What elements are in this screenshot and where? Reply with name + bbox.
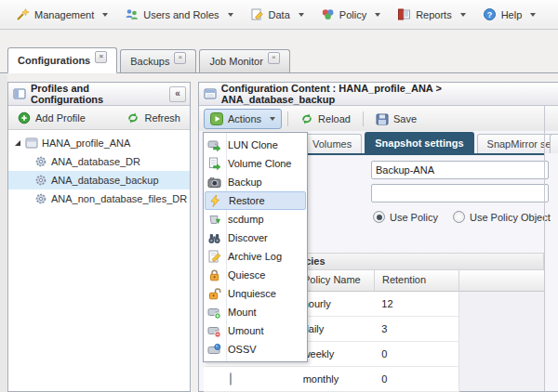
caret-down-icon: [270, 117, 275, 121]
tree-node-label: ANA_database_backup: [51, 175, 159, 186]
policy-name-column-header[interactable]: Policy Name: [303, 270, 375, 291]
row-checkbox[interactable]: [230, 372, 232, 385]
menu-policy[interactable]: Policy: [312, 4, 389, 25]
use-policy-radio[interactable]: Use Policy: [373, 211, 438, 223]
tab-close-icon[interactable]: ×: [95, 51, 107, 63]
retention-cell: 3: [374, 323, 458, 334]
tab-backups[interactable]: Backups ×: [120, 49, 196, 72]
menu-label: Users and Roles: [143, 9, 219, 20]
retention-column-header[interactable]: Retention: [375, 270, 459, 291]
radio-selected-icon: [373, 211, 385, 223]
add-profile-button[interactable]: Add Profile: [15, 110, 88, 126]
tree-node-label: ANA_non_database_files_DR: [51, 193, 187, 204]
menu-item-discover[interactable]: Discover: [205, 229, 306, 247]
wand-icon: [16, 7, 30, 21]
menu-users-and-roles[interactable]: Users and Roles: [116, 4, 241, 25]
tab-snapshot-settings[interactable]: Snapshot settings: [365, 132, 473, 153]
policy-icon: [321, 7, 335, 21]
snapshot-name-input[interactable]: [371, 161, 549, 179]
tree-node-ana-database-backup[interactable]: ANA_database_backup: [8, 171, 190, 189]
profiles-toolbar: Add Profile Refresh: [8, 106, 190, 130]
menu-item-volume-clone[interactable]: Volume Clone: [205, 154, 306, 173]
tab-snapmirror-settings[interactable]: SnapMirror settings: [477, 134, 558, 153]
tab-clipped[interactable]: Snap: [550, 134, 558, 153]
menu-item-quiesce[interactable]: Quiesce: [205, 266, 306, 284]
profiles-tree: HANA_profile_ANA ANA_database_DR ANA_dat…: [8, 130, 190, 208]
policy-name-cell: weekly: [303, 348, 375, 359]
menu-item-ossv[interactable]: OSSV: [205, 340, 306, 359]
menu-item-unquiesce[interactable]: Unquiesce: [205, 284, 306, 303]
scdump-icon: [207, 213, 221, 227]
tree-node-ana-non-database-files-dr[interactable]: ANA_non_database_files_DR: [8, 189, 190, 208]
menu-item-mount[interactable]: Mount: [205, 303, 306, 321]
secondary-text-input[interactable]: [371, 184, 549, 203]
reload-button[interactable]: Reload: [294, 109, 357, 129]
menu-management[interactable]: Management: [7, 4, 116, 25]
policy-name-cell: monthly: [303, 373, 375, 385]
lun-clone-icon: [207, 138, 221, 152]
policy-row-monthly[interactable]: monthly 0: [204, 367, 459, 392]
menu-item-label: Backup: [228, 176, 262, 188]
menu-item-backup[interactable]: Backup: [205, 173, 306, 191]
expanded-arrow-icon[interactable]: [14, 139, 21, 147]
tab-volumes[interactable]: Volumes: [302, 134, 362, 153]
caret-down-icon: [460, 13, 466, 17]
menu-item-umount[interactable]: Umount: [205, 321, 306, 340]
menu-item-label: Quiesce: [228, 269, 265, 281]
profiles-panel: Profiles and Configurations « Add Profil…: [7, 82, 191, 392]
toolbar-separator: [363, 111, 364, 126]
tab-close-icon[interactable]: ×: [174, 52, 186, 64]
reload-icon: [300, 112, 313, 125]
archive-log-icon: [207, 250, 221, 264]
use-policy-object-radio[interactable]: Use Policy Object: [453, 211, 551, 223]
refresh-label: Refresh: [144, 112, 180, 124]
reload-label: Reload: [318, 113, 351, 124]
retention-cell: 0: [374, 373, 458, 385]
tree-node-hana-profile[interactable]: HANA_profile_ANA: [8, 134, 190, 152]
help-icon: ?: [483, 7, 497, 21]
save-button[interactable]: Save: [369, 109, 423, 129]
content-panel-icon: [204, 87, 217, 100]
actions-button[interactable]: Actions: [204, 109, 282, 129]
add-profile-label: Add Profile: [35, 112, 86, 124]
caret-down-icon: [102, 13, 108, 17]
quiesce-lock-icon: [207, 268, 221, 282]
actions-label: Actions: [228, 113, 261, 124]
collapse-panel-button[interactable]: «: [169, 86, 186, 102]
tab-label: Backups: [130, 56, 169, 67]
tab-job-monitor[interactable]: Job Monitor ×: [199, 49, 289, 72]
users-icon: [125, 7, 139, 21]
menubar: Management Users and Roles Data Policy R…: [0, 0, 558, 30]
restore-icon: [208, 194, 222, 208]
menu-label: Data: [269, 9, 290, 20]
configuration-panel-title: Configuration Content : HANA_profile_ANA…: [221, 83, 554, 105]
menu-reports[interactable]: Reports: [389, 4, 474, 25]
menu-label: Management: [34, 9, 94, 20]
data-icon: [250, 7, 264, 21]
tab-configurations[interactable]: Configurations ×: [7, 47, 117, 73]
menu-data[interactable]: Data: [242, 4, 312, 25]
tab-label: Job Monitor: [209, 56, 262, 67]
menu-item-label: Volume Clone: [228, 158, 292, 169]
menu-item-restore[interactable]: Restore: [205, 191, 306, 210]
radio-label: Use Policy: [390, 212, 438, 223]
refresh-button[interactable]: Refresh: [124, 110, 183, 126]
menu-item-scdump[interactable]: scdump: [205, 210, 306, 229]
configuration-panel-header: Configuration Content : HANA_profile_ANA…: [199, 83, 558, 106]
menu-item-label: Restore: [229, 195, 265, 206]
tab-close-icon[interactable]: ×: [268, 52, 280, 64]
profile-node-icon: [25, 137, 38, 150]
actions-play-icon: [210, 112, 223, 125]
tree-node-ana-database-dr[interactable]: ANA_database_DR: [8, 152, 190, 171]
policy-radio-group: Use Policy Use Policy Object: [373, 211, 551, 223]
menu-item-label: Archive Log: [228, 251, 282, 262]
retention-cell: 12: [374, 298, 458, 309]
caret-down-icon: [228, 13, 233, 17]
menu-item-lun-clone[interactable]: LUN Clone: [205, 136, 306, 154]
menu-help[interactable]: ? Help: [474, 4, 545, 25]
config-gear-icon: [34, 155, 47, 168]
profiles-panel-title: Profiles and Configurations: [31, 83, 165, 105]
caret-down-icon: [530, 13, 536, 17]
menu-item-archive-log[interactable]: Archive Log: [205, 247, 306, 266]
menu-item-label: scdump: [228, 214, 264, 225]
